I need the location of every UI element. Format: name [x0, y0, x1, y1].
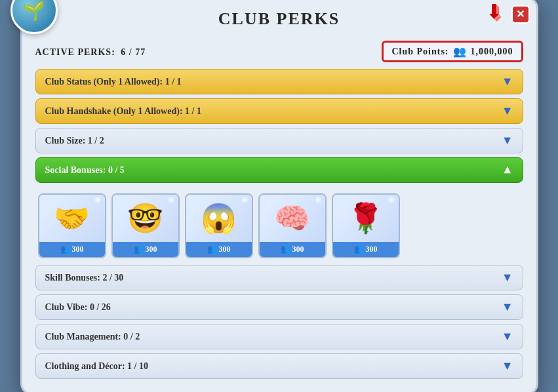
hint-arrow-icon: ⬇	[486, 0, 502, 23]
perk-card-rose[interactable]: 🌹 👥 300	[332, 193, 400, 258]
modal-header: 🌱 Club Perks ⬇ ✕	[22, 0, 536, 35]
perk-card-brain[interactable]: 🧠 👥 300	[258, 193, 327, 258]
perk-image-glasses: 🤓	[113, 195, 178, 242]
chevron-down-icon: ▼	[502, 75, 513, 88]
perk-image-handshake: 🤝	[39, 195, 105, 242]
section-skill-bonuses[interactable]: Skill Bonuses: 2 / 30 ▼	[35, 265, 523, 290]
people-icon: 👥	[453, 45, 467, 58]
active-perks-label: Active Perks: 6 / 77	[35, 47, 146, 57]
chevron-down-icon: ▼	[502, 134, 513, 147]
section-label: Skill Bonuses: 2 / 30	[45, 273, 124, 283]
section-club-management[interactable]: Club Management: 0 / 2 ▼	[35, 324, 523, 349]
club-logo: 🌱	[10, 0, 58, 34]
section-label: Club Size: 1 / 2	[45, 136, 104, 146]
close-button[interactable]: ✕	[511, 5, 530, 24]
perk-card-handshake[interactable]: 🤝 👥 300	[38, 193, 106, 258]
chevron-up-icon: ▼	[502, 163, 513, 177]
section-label: Club Handshake (Only 1 Allowed): 1 / 1	[45, 106, 201, 117]
perk-cost-mouth: 👥 300	[186, 242, 252, 257]
section-club-status[interactable]: Club Status (Only 1 Allowed): 1 / 1 ▼	[35, 69, 523, 94]
section-label: Club Vibe: 0 / 26	[45, 302, 111, 313]
section-club-vibe[interactable]: Club Vibe: 0 / 26 ▼	[35, 294, 523, 320]
club-points-value: 1,000,000	[471, 47, 513, 57]
section-club-size[interactable]: Club Size: 1 / 2 ▼	[35, 128, 523, 153]
modal-title: Club Perks	[218, 9, 340, 29]
perk-card-mouth[interactable]: 😱 👥 300	[185, 193, 253, 258]
section-clothing-decor[interactable]: Clothing and Décor: 1 / 10 ▼	[35, 353, 523, 379]
top-bar: Active Perks: 6 / 77 Club Points: 👥 1,00…	[35, 41, 523, 62]
perk-cost-glasses: 👥 300	[113, 242, 178, 257]
section-club-handshake[interactable]: Club Handshake (Only 1 Allowed): 1 / 1 ▼	[35, 98, 523, 124]
perk-cost-rose: 👥 300	[333, 242, 399, 257]
section-social-bonuses[interactable]: Social Bonuses: 0 / 5 ▼	[35, 157, 523, 183]
club-points-label: Club Points:	[391, 47, 448, 57]
perk-image-brain: 🧠	[260, 195, 325, 242]
perk-image-rose: 🌹	[333, 195, 399, 242]
section-label: Club Management: 0 / 2	[45, 332, 140, 342]
chevron-down-icon: ▼	[502, 104, 513, 118]
section-label: Club Status (Only 1 Allowed): 1 / 1	[45, 77, 182, 87]
active-perks-info: Active Perks: 6 / 77	[35, 46, 146, 58]
perk-cost-handshake: 👥 300	[39, 242, 105, 257]
perks-grid: 🤝 👥 300 🤓 👥 300	[35, 187, 523, 265]
section-label: Social Bonuses: 0 / 5	[45, 165, 125, 176]
chevron-down-icon: ▼	[502, 330, 513, 343]
perk-cost-brain: 👥 300	[260, 242, 325, 257]
modal-body: Active Perks: 6 / 77 Club Points: 👥 1,00…	[22, 35, 536, 392]
chevron-down-icon: ▼	[502, 359, 513, 373]
perk-card-glasses[interactable]: 🤓 👥 300	[111, 193, 180, 258]
club-points-badge: Club Points: 👥 1,000,000	[382, 41, 523, 62]
club-perks-modal: 🌱 Club Perks ⬇ ✕ Active Perks: 6 / 77 Cl…	[20, 0, 538, 392]
section-label: Clothing and Décor: 1 / 10	[45, 361, 149, 372]
perk-image-mouth: 😱	[186, 195, 252, 242]
chevron-down-icon: ▼	[502, 271, 513, 284]
chevron-down-icon: ▼	[502, 300, 513, 314]
